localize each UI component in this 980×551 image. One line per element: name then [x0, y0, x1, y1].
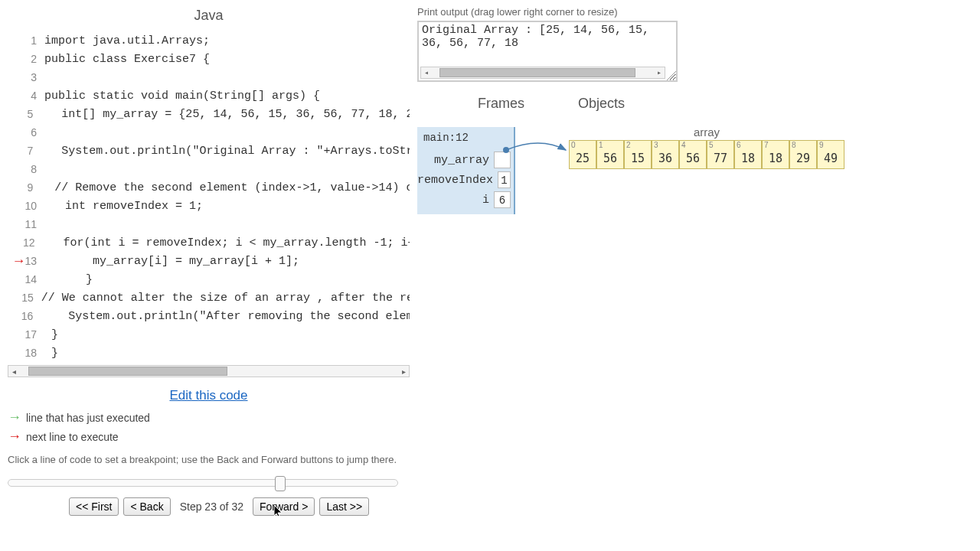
array-cell: 618: [734, 140, 762, 169]
array-cell: 829: [789, 140, 817, 169]
code-text: import java.util.Arrays;: [44, 34, 210, 47]
array-cell: 156: [596, 140, 624, 169]
code-text: public class Exercise7 {: [44, 53, 210, 66]
code-text: for(int i = removeIndex; i < my_array.le…: [43, 236, 410, 249]
code-line[interactable]: 6: [8, 123, 410, 142]
frame-variable-value: 1: [498, 171, 511, 188]
legend-executed-text: line that has just executed: [26, 412, 150, 424]
scroll-left-icon[interactable]: ◂: [8, 367, 19, 376]
array-cell: 718: [762, 140, 789, 169]
line-number: 8: [23, 163, 44, 175]
scroll-thumb[interactable]: [28, 367, 227, 376]
legend-executed: → line that has just executed: [8, 409, 410, 425]
line-number: 1: [23, 34, 44, 47]
frame-label: main:12: [417, 132, 514, 144]
output-text: Original Array : [25, 14, 56, 15, 36, 56…: [422, 24, 649, 50]
array-cell: 336: [652, 140, 679, 169]
code-line[interactable]: 12 for(int i = removeIndex; i < my_array…: [8, 233, 410, 252]
line-number: 13: [23, 255, 44, 267]
code-text: int[] my_array = {25, 14, 56, 15, 36, 56…: [41, 108, 410, 121]
frame-variable-value: [494, 152, 511, 168]
code-text: int removeIndex = 1;: [44, 200, 203, 213]
code-line[interactable]: 5 int[] my_array = {25, 14, 56, 15, 36, …: [8, 105, 410, 123]
frame-variable-name: removeIndex: [417, 174, 498, 187]
frame-variable-value: 6: [494, 191, 511, 208]
code-line[interactable]: 2public class Exercise7 {: [8, 50, 410, 68]
stack-frame: main:12 my_arrayremoveIndex1i6: [417, 127, 515, 214]
legend-next: → next line to execute: [8, 429, 410, 445]
array-index: 7: [764, 141, 769, 149]
code-line[interactable]: 18 }: [8, 344, 410, 362]
output-box[interactable]: Original Array : [25, 14, 56, 15, 36, 56…: [417, 21, 678, 82]
array-index: 8: [792, 141, 796, 149]
edit-code-link[interactable]: Edit this code: [8, 388, 410, 403]
frame-variable-row: i6: [417, 190, 514, 210]
line-number: 4: [23, 90, 44, 102]
code-line[interactable]: 11: [8, 215, 410, 233]
code-line[interactable]: 7 System.out.println("Original Array : "…: [8, 142, 410, 160]
code-line[interactable]: 15// We cannot alter the size of an arra…: [8, 289, 410, 307]
array-index: 2: [626, 141, 631, 149]
code-horizontal-scrollbar[interactable]: ◂ ▸: [8, 365, 410, 377]
code-line[interactable]: 3: [8, 68, 410, 86]
code-editor[interactable]: 1import java.util.Arrays;2public class E…: [8, 31, 410, 362]
output-horizontal-scrollbar[interactable]: ◂ ▸: [420, 67, 665, 79]
cursor-icon: [274, 505, 286, 516]
code-line[interactable]: 1import java.util.Arrays;: [8, 31, 410, 50]
line-number: 15: [21, 292, 41, 304]
heap-object-label: array: [569, 126, 844, 139]
scroll-right-icon[interactable]: ▸: [654, 68, 665, 77]
code-text: System.out.println("After removing the s…: [41, 310, 410, 323]
array-index: 0: [571, 141, 576, 149]
code-text: System.out.println("Original Array : "+A…: [41, 145, 410, 158]
frame-variable-name: i: [482, 194, 494, 207]
line-number: 5: [21, 108, 41, 120]
line-number: 7: [21, 145, 41, 157]
line-number: 17: [23, 328, 44, 341]
code-text: }: [44, 328, 58, 341]
line-number: 14: [23, 273, 44, 285]
code-line[interactable]: 10 int removeIndex = 1;: [8, 197, 410, 215]
scroll-left-icon[interactable]: ◂: [421, 68, 432, 77]
back-button[interactable]: < Back: [123, 497, 170, 516]
scroll-thumb[interactable]: [439, 68, 635, 77]
code-text: my_array[i] = my_array[i + 1];: [44, 255, 299, 268]
frame-variable-row: my_array: [417, 150, 514, 170]
gutter-arrow: →: [8, 253, 23, 269]
language-label: Java: [8, 8, 410, 24]
array-index: 5: [709, 141, 714, 149]
array-cell: 577: [707, 140, 734, 169]
code-line[interactable]: 17 }: [8, 325, 410, 344]
line-number: 16: [21, 310, 41, 322]
code-line[interactable]: 8: [8, 160, 410, 178]
resize-handle-icon[interactable]: [667, 71, 676, 80]
scroll-right-icon[interactable]: ▸: [398, 367, 409, 376]
arrow-next-icon: →: [8, 429, 21, 445]
frames-header: Frames: [417, 96, 555, 112]
array-index: 9: [819, 141, 824, 149]
code-line[interactable]: 16 System.out.println("After removing th…: [8, 307, 410, 325]
array-cell: 215: [624, 140, 652, 169]
legend-next-text: next line to execute: [26, 431, 119, 443]
step-controls: << First < Back Step 23 of 32 Forward > …: [69, 497, 410, 516]
array-index: 3: [654, 141, 658, 149]
array-index: 1: [599, 141, 603, 149]
array-cell: 949: [817, 140, 844, 169]
code-text: }: [44, 347, 58, 360]
code-text: // Remove the second element (index->1, …: [41, 181, 410, 194]
first-button[interactable]: << First: [69, 497, 119, 516]
code-line[interactable]: 4public static void main(String[] args) …: [8, 86, 410, 105]
code-line[interactable]: 9 // Remove the second element (index->1…: [8, 178, 410, 197]
line-number: 18: [23, 347, 44, 359]
output-label: Print output (drag lower right corner to…: [417, 6, 972, 18]
step-slider[interactable]: [8, 479, 398, 487]
line-number: 3: [23, 71, 44, 83]
step-counter: Step 23 of 32: [180, 500, 243, 513]
line-number: 9: [21, 181, 41, 194]
code-line[interactable]: 14 }: [8, 270, 410, 289]
code-line[interactable]: →13 my_array[i] = my_array[i + 1];: [8, 252, 410, 270]
code-text: // We cannot alter the size of an array …: [41, 292, 410, 305]
step-slider-thumb[interactable]: [275, 476, 286, 491]
last-button[interactable]: Last >>: [319, 497, 369, 516]
array-cell: 456: [679, 140, 707, 169]
